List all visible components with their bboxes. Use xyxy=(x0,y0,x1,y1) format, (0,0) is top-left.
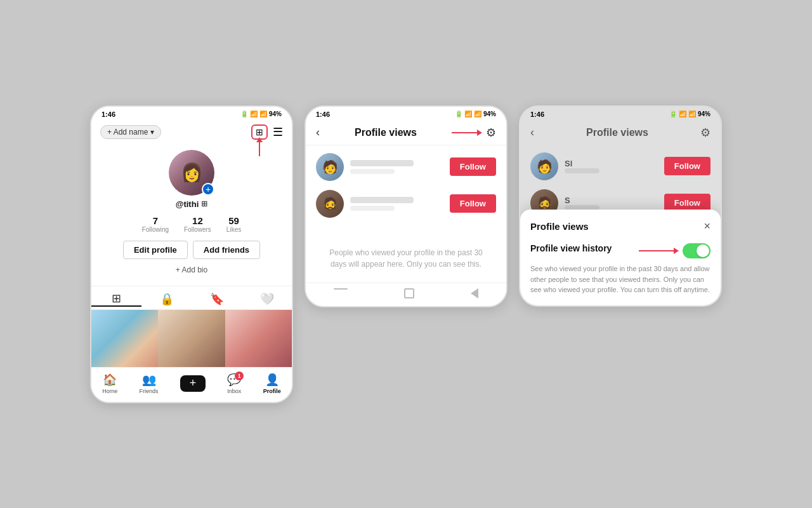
profile-icon: 👤 xyxy=(265,373,279,387)
nav-inbox[interactable]: 💬 1 Inbox xyxy=(227,373,241,394)
tab-heart[interactable]: 🤍 xyxy=(242,291,292,307)
screen3-viewer-name-1: Sl xyxy=(565,159,658,168)
sheet-row-label: Profile view history xyxy=(530,243,634,253)
home-icon: 🏠 xyxy=(103,373,117,387)
qr-icon: ⊞ xyxy=(256,127,263,137)
nav-friends-label: Friends xyxy=(140,388,159,394)
inbox-wrap: 💬 1 xyxy=(227,373,241,387)
qr-icon-box[interactable]: ⊞ xyxy=(251,124,268,140)
nav-hamburger-line xyxy=(334,288,348,290)
grid-cell-3[interactable] xyxy=(225,310,292,367)
nav-home[interactable]: 🏠 Home xyxy=(102,373,117,394)
qr-small-icon[interactable]: ⊞ xyxy=(201,199,207,208)
nav-profile[interactable]: 👤 Profile xyxy=(263,373,281,394)
battery-icon-3: 🔋 xyxy=(669,110,677,117)
wifi-icon-3: 📶 xyxy=(679,110,686,117)
red-arrow-indicator xyxy=(256,137,263,156)
create-plus-button[interactable]: + xyxy=(180,375,206,392)
screen3-top: ‹ Profile views ⚙ xyxy=(520,121,721,145)
add-friends-button[interactable]: Add friends xyxy=(193,241,260,259)
status-bar-2: 1:46 🔋 📶 📶 94% xyxy=(306,107,506,121)
nav-back-triangle xyxy=(471,288,478,298)
viewer-avatar-1: 🧑 xyxy=(316,153,344,181)
bottom-nav: 🏠 Home 👥 Friends + 💬 1 Inbox 👤 Profile xyxy=(91,367,292,402)
time-3: 1:46 xyxy=(530,110,544,118)
action-buttons: Edit profile Add friends xyxy=(123,241,260,259)
viewer-list-2: 🧑 Follow 🧔 Follow xyxy=(306,145,506,234)
signal-icon-3: 📶 xyxy=(688,110,696,117)
battery-pct-1: 94% xyxy=(269,110,282,117)
profile-views-title: Profile views xyxy=(355,127,417,138)
time-2: 1:46 xyxy=(316,110,330,118)
nav-right-group: ⚙ xyxy=(452,126,496,140)
tab-bookmark[interactable]: 🔖 xyxy=(192,291,242,307)
signal-icon-1: 📶 xyxy=(259,110,267,117)
screen3-viewer-avatar-1: 🧑 xyxy=(530,152,558,180)
viewer-name-bar-2 xyxy=(350,197,414,203)
nav-create[interactable]: + xyxy=(180,375,206,392)
edit-profile-button[interactable]: Edit profile xyxy=(123,241,188,259)
profile-views-nav-3: ‹ Profile views ⚙ xyxy=(520,121,721,145)
sheet-title: Profile views xyxy=(530,221,589,232)
stat-followers: 12 Followers xyxy=(184,215,211,233)
nav-home-square xyxy=(404,288,414,298)
follow-button-1[interactable]: Follow xyxy=(450,157,496,176)
profile-views-nav: ‹ Profile views ⚙ xyxy=(306,121,506,145)
red-arrow-to-gear xyxy=(452,130,482,136)
sheet-header: Profile views × xyxy=(530,220,710,233)
viewer-item-1: 🧑 Follow xyxy=(316,153,496,181)
stats-row: 7 Following 12 Followers 59 Likes xyxy=(142,215,241,233)
wifi-icon-1: 📶 xyxy=(250,110,258,117)
nav-home-label: Home xyxy=(102,388,117,394)
screen3-viewer-name-2: S xyxy=(565,196,658,205)
signal-icon-2: 📶 xyxy=(474,110,481,117)
gear-settings-icon-2[interactable]: ⚙ xyxy=(486,126,496,140)
screen3-viewer-item-1: 🧑 Sl Follow xyxy=(530,152,710,180)
status-icons-1: 🔋 📶 📶 94% xyxy=(240,110,282,117)
status-bar-3: 1:46 🔋 📶 📶 94% xyxy=(520,107,721,121)
inbox-badge: 1 xyxy=(235,371,244,380)
status-icons-3: 🔋 📶 📶 94% xyxy=(669,110,710,117)
back-button-2[interactable]: ‹ xyxy=(316,126,320,139)
add-name-label: + Add name xyxy=(107,128,148,137)
grid-cell-1[interactable] xyxy=(91,310,158,367)
back-button-3[interactable]: ‹ xyxy=(530,126,534,139)
phone-screen-1: 1:46 🔋 📶 📶 94% + Add name ▾ ⊞ xyxy=(90,105,293,403)
content-grid xyxy=(91,310,292,367)
hamburger-menu-icon[interactable]: ☰ xyxy=(273,125,283,139)
phone-screen-3: 1:46 🔋 📶 📶 94% ‹ Profile views ⚙ 🧑 Sl xyxy=(519,105,722,307)
stat-following: 7 Following xyxy=(142,215,169,233)
nav-inbox-label: Inbox xyxy=(227,388,241,394)
screen3-viewer-info-2: S xyxy=(565,196,658,210)
sheet-close-button[interactable]: × xyxy=(704,220,710,233)
views-note-2: People who viewed your profile in the pa… xyxy=(306,234,506,283)
battery-pct-3: 94% xyxy=(698,110,710,117)
profile-header: + Add name ▾ ⊞ ☰ xyxy=(91,121,292,145)
viewer-item-2: 🧔 Follow xyxy=(316,190,496,218)
tab-grid[interactable]: ⊞ xyxy=(91,291,141,307)
phone-screen-2: 1:46 🔋 📶 📶 94% ‹ Profile views ⚙ xyxy=(304,105,508,307)
viewer-name-bar-1 xyxy=(350,160,414,166)
gear-settings-icon-3[interactable]: ⚙ xyxy=(700,126,710,140)
bottom-nav-2 xyxy=(306,283,506,306)
follow-button-2[interactable]: Follow xyxy=(450,194,496,213)
screen3-sub-bar-1 xyxy=(565,168,599,173)
viewer-info-1 xyxy=(350,160,443,174)
sheet-description: See who viewed your profile in the past … xyxy=(530,264,710,295)
grid-cell-2[interactable] xyxy=(158,310,225,367)
wifi-icon-2: 📶 xyxy=(464,110,472,117)
tab-lock[interactable]: 🔒 xyxy=(141,291,192,307)
viewer-sub-bar-1 xyxy=(350,169,395,174)
nav-friends[interactable]: 👥 Friends xyxy=(140,373,159,394)
profile-view-history-toggle[interactable] xyxy=(683,243,710,258)
add-name-button[interactable]: + Add name ▾ xyxy=(100,125,161,139)
screen3-viewer-info-1: Sl xyxy=(565,159,658,173)
content-tab-bar: ⊞ 🔒 🔖 🤍 xyxy=(91,286,292,310)
avatar-plus-button[interactable]: + xyxy=(202,183,214,196)
profile-views-bottom-sheet: Profile views × Profile view history See… xyxy=(520,210,721,305)
battery-icon-2: 🔋 xyxy=(455,110,462,117)
viewer-info-2 xyxy=(350,197,443,211)
add-bio-link[interactable]: + Add bio xyxy=(176,265,207,274)
chevron-down-icon: ▾ xyxy=(150,128,154,137)
screen3-follow-button-1[interactable]: Follow xyxy=(664,157,710,175)
